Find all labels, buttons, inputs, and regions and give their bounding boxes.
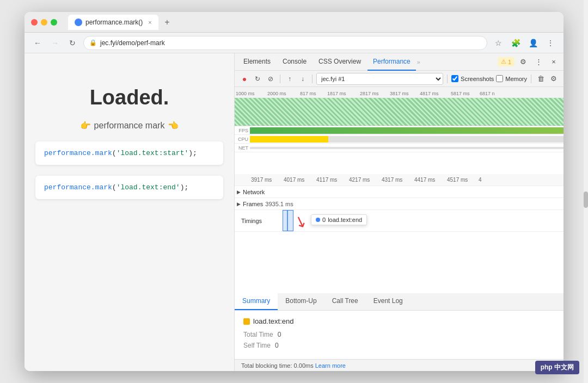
devtools-body: 1000 ms 2000 ms 817 ms 1817 ms 2817 ms 3… [235,87,564,371]
tab-summary[interactable]: Summary [235,293,278,310]
second-ruler-4: 4317 ms [382,177,402,183]
top-ruler: 1000 ms 2000 ms 817 ms 1817 ms 2817 ms 3… [235,87,564,98]
tab-close-button[interactable]: × [148,19,151,26]
refresh-record-button[interactable]: ↻ [252,73,263,84]
maximize-button[interactable] [51,19,57,26]
second-ruler-5: 4417 ms [414,177,435,183]
code-block-1: performance.mark('load.text:start'); [35,141,223,165]
tab-event-log[interactable]: Event Log [366,293,411,310]
warning-badge: ⚠ 1 [498,57,514,66]
record-button[interactable]: ● [239,73,250,84]
cpu-vis [250,135,564,143]
browser-window: performance.mark() × + ← → ↻ 🔒 jec.fyi/d… [24,12,564,371]
devtools-toolbar: Elements Console CSS Overview Performanc… [235,53,564,71]
fps-label: FPS [235,128,250,133]
tab-console[interactable]: Console [277,53,312,71]
back-button[interactable]: ← [31,36,44,50]
new-tab-button[interactable]: + [161,16,174,29]
second-ruler-7: 4 [479,177,482,183]
traffic-lights [31,19,57,26]
url-text: jec.fyi/demo/perf-mark [100,39,165,47]
browser-chrome: ← → ↻ 🔒 jec.fyi/demo/perf-mark ☆ 🧩 👤 ⋮ [24,33,564,53]
memory-checkbox-group[interactable]: Memory [496,75,527,82]
separator-1 [280,75,280,83]
ruler-mark-1: 2000 ms [267,91,286,96]
second-ruler-2: 4117 ms [316,177,337,183]
tab-css-overview[interactable]: CSS Overview [313,53,366,71]
emoji-right: 👈 [168,120,179,131]
tab-call-tree[interactable]: Call Tree [324,293,366,310]
trash-button[interactable]: 🗑 [535,73,546,84]
timings-section[interactable]: Timings ↘ 0 load.te [235,210,564,232]
summary-panel: load.text:end Total Time 0 Self Time 0 [235,311,564,359]
net-label: NET [235,145,250,151]
marker-dot [316,218,320,222]
extensions-button[interactable]: 🧩 [509,36,522,50]
refresh-button[interactable]: ↻ [66,36,79,50]
source-selector[interactable]: jec.fyi #1 [316,73,443,85]
marker-tooltip: 0 load.text:end [311,214,367,225]
clear-button[interactable]: ⊘ [265,73,276,84]
devtools-more-button[interactable]: ⋮ [532,55,545,69]
tab-area: performance.mark() × + [68,15,557,30]
flame-section: 3917 ms 4017 ms 4117 ms 4217 ms 4317 ms … [235,174,564,293]
total-time-value: 0 [278,331,281,338]
tab-performance[interactable]: Performance [367,53,416,71]
perf-settings-button[interactable]: ⚙ [548,73,559,84]
tab-favicon [75,18,82,26]
second-ruler-1: 4017 ms [284,177,304,183]
profile-button[interactable]: 👤 [526,36,540,50]
frames-value: 3935.1 ms [265,201,293,207]
screenshots-checkbox[interactable] [451,75,458,82]
frames-expand-icon: ▶ [237,201,241,207]
more-tabs-indicator[interactable]: » [417,59,420,65]
page-content: Loaded. 👉 performance mark 👈 performance… [24,53,234,371]
code1-arg: 'load.text:start' [117,149,189,157]
timings-content: ↘ 0 load.text:end [267,210,564,231]
code1-method: performance.mark [44,149,112,157]
memory-checkbox[interactable] [496,75,503,82]
warning-icon: ⚠ [501,58,506,65]
tab-bottom-up[interactable]: Bottom-Up [278,293,324,310]
menu-button[interactable]: ⋮ [544,36,557,50]
marker-count: 0 [322,217,326,223]
ruler-mark-5: 3817 ms [390,91,409,96]
total-time-row: Total Time 0 [243,331,555,338]
devtools-settings-button[interactable]: ⚙ [517,55,530,69]
ruler-mark-7: 5817 ms [451,91,470,96]
item-color-dot [243,318,250,325]
screenshots-content [235,98,564,126]
timeline-wrapper[interactable]: 1000 ms 2000 ms 817 ms 1817 ms 2817 ms 3… [235,87,564,174]
forward-button[interactable]: → [48,36,62,50]
status-text: Total blocking time: 0.00ms [241,362,314,369]
separator-3 [447,75,448,83]
frames-label: Frames [243,201,263,207]
code2-arg: 'load.text:end' [117,183,180,192]
devtools-actions: ⚠ 1 ⚙ ⋮ × [498,55,560,69]
titlebar: performance.mark() × + [24,12,564,33]
active-tab[interactable]: performance.mark() × [68,15,158,30]
separator-4 [531,75,531,83]
upload-button[interactable]: ↑ [284,73,295,84]
status-bar: Total blocking time: 0.00ms Learn more [235,359,564,371]
screenshots-checkbox-group[interactable]: Screenshots [451,75,494,82]
tab-elements[interactable]: Elements [238,53,276,71]
code2-method: performance.mark [44,183,112,192]
separator-2 [312,75,313,83]
php-watermark: php 中文网 [535,361,579,374]
ruler-mark-3: 1817 ms [327,91,346,96]
star-button[interactable]: ☆ [492,36,505,50]
self-time-label: Self Time [243,342,271,349]
network-section[interactable]: ▶ Network [235,186,564,198]
fps-vis [250,126,564,134]
address-bar[interactable]: 🔒 jec.fyi/demo/perf-mark [83,36,487,50]
ruler-mark-2: 817 ms [300,91,316,96]
close-button[interactable] [31,19,38,26]
learn-more-link[interactable]: Learn more [315,362,346,369]
minimize-button[interactable] [41,19,47,26]
bottom-section: Summary Bottom-Up Call Tree Event Log [235,293,564,371]
devtools-close-button[interactable]: × [547,55,560,69]
network-expand-icon: ▶ [237,189,241,195]
frames-section[interactable]: ▶ Frames 3935.1 ms [235,198,564,210]
download-button[interactable]: ↓ [297,73,308,84]
